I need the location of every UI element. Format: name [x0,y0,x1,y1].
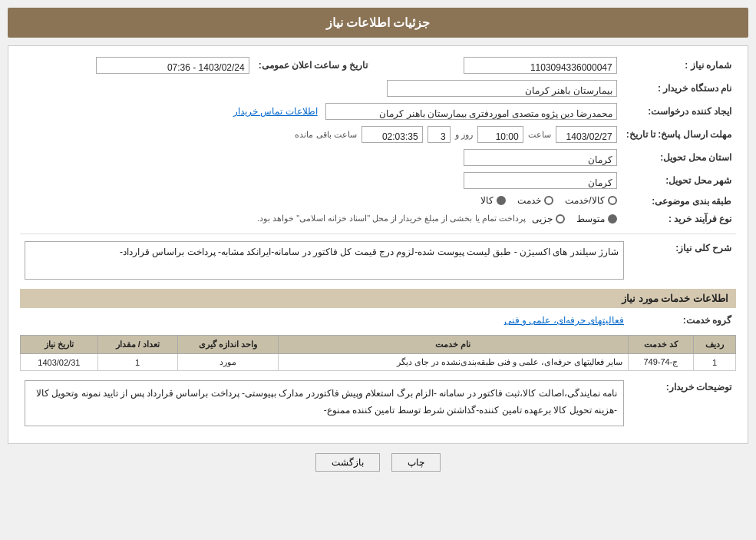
buyer-notes-cell: نامه نمایندگی،اصالت کالا،ثبت فاکتور در س… [20,377,629,429]
category-option-kala[interactable]: کالا [480,195,506,206]
province-label: استان محل تحویل: [622,146,736,169]
process-label: نوع فرآیند خرید : [622,210,736,227]
deadline-time-input: 10:00 [477,126,523,143]
cell-service-name: سایر فعالیتهای حرفه‌ای، علمی و فنی طبقه‌… [279,354,628,371]
col-quantity: تعداد / مقدار [97,336,177,354]
category-option-khadamat[interactable]: خدمت [517,195,553,206]
category-option-kala-khadamat[interactable]: کالا/خدمت [565,195,616,206]
col-service-name: نام خدمت [279,336,628,354]
creator-label: ایجاد کننده درخواست: [622,100,736,123]
deadline-row: 1403/02/27 ساعت 10:00 روز و 3 02:03:35 س… [20,123,622,146]
category-label: طبقه بندی موضوعی: [622,192,736,210]
category-label-kala: کالا [480,195,494,206]
creator-input: محمدرضا دین پژوه متصدی اموردفتری بیمارست… [325,103,617,120]
cell-row-num: 1 [694,354,736,371]
services-table: ردیف کد خدمت نام خدمت واحد اندازه گیری ت… [20,335,736,371]
top-info-table: شماره نیاز : 1103094336000047 تاریخ و سا… [20,54,736,227]
table-row: 1 ج-74-749 سایر فعالیتهای حرفه‌ای، علمی … [21,354,736,371]
col-service-code: کد خدمت [628,336,694,354]
need-number-label: شماره نیاز : [622,54,736,77]
print-button[interactable]: چاپ [391,453,441,472]
radio-circle-jozii [556,214,565,224]
need-desc-label: شرح کلی نیاز: [629,238,736,283]
service-group-value: فعالیتهای حرفه‌ای، علمی و فنی [20,312,629,329]
cell-date: 1403/02/31 [21,354,98,371]
radio-circle-motavaset [608,214,617,224]
page-container: جزئیات اطلاعات نیاز شماره نیاز : 1103094… [0,0,756,540]
process-label-motavaset: متوسط [576,214,605,224]
buyer-org-label: نام دستگاه خریدار : [622,77,736,100]
remaining-time-label: ساعت باقی مانده [295,130,356,140]
need-desc-table: شرح کلی نیاز: شارژ سیلندر های اکسیژن - ط… [20,238,736,283]
city-label: شهر محل تحویل: [622,169,736,192]
category-label-khadamat: خدمت [517,195,541,206]
footer-buttons: چاپ بازگشت [8,453,748,479]
province-value: کرمان [20,146,622,169]
col-row-num: ردیف [694,336,736,354]
cell-unit: مورد [177,354,279,371]
deadline-days-label: روز و [455,130,473,140]
category-label-kala-khadamat: کالا/خدمت [565,195,604,206]
col-unit: واحد اندازه گیری [177,336,279,354]
need-number-value: 1103094336000047 [388,54,622,77]
process-option-jozii[interactable]: جزیی [532,214,565,224]
province-input: کرمان [464,149,617,166]
buyer-notes-table: توضیحات خریدار: نامه نمایندگی،اصالت کالا… [20,377,736,429]
process-option-motavaset[interactable]: متوسط [576,214,617,224]
deadline-time-label: ساعت [528,130,551,140]
city-value: کرمان [20,169,622,192]
process-label-jozii: جزیی [532,214,553,224]
service-group-label: گروه خدمت: [629,312,736,329]
category-radios: کالا/خدمت خدمت کالا [20,192,622,210]
need-desc-box: شارژ سیلندر های اکسیژن - طبق لیست پیوست … [25,241,624,280]
radio-circle-kala-khadamat [608,196,617,205]
buyer-notes-label: توضیحات خریدار: [629,377,736,429]
service-group-link[interactable]: فعالیتهای حرفه‌ای، علمی و فنی [504,315,624,326]
need-number-input: 1103094336000047 [464,57,617,74]
category-radio-group: کالا/خدمت خدمت کالا [480,195,616,206]
need-desc-cell: شارژ سیلندر های اکسیژن - طبق لیست پیوست … [20,238,629,283]
creator-value: محمدرضا دین پژوه متصدی اموردفتری بیمارست… [20,100,622,123]
cell-service-code: ج-74-749 [628,354,694,371]
service-group-table: گروه خدمت: فعالیتهای حرفه‌ای، علمی و فنی [20,312,736,329]
cell-quantity: 1 [97,354,177,371]
page-title: جزئیات اطلاعات نیاز [8,8,748,38]
deadline-date-input: 1403/02/27 [556,126,617,143]
deadline-days-input: 3 [428,126,451,143]
process-row: متوسط جزیی پرداخت تمام یا بخشی از مبلغ خ… [20,210,622,227]
deadline-label: مهلت ارسال پاسخ: تا تاریخ: [622,123,736,146]
services-section-title: اطلاعات خدمات مورد نیاز [20,289,736,308]
contact-link[interactable]: اطلاعات تماس خریدار [233,106,318,117]
announce-date-input: 1403/02/24 - 07:36 [96,57,249,74]
process-note: پرداخت تمام یا بخشی از مبلغ خریدار از مح… [257,214,526,224]
announce-date-value: 1403/02/24 - 07:36 [20,54,254,77]
radio-circle-khadamat [544,196,553,205]
process-radio-group: متوسط جزیی [532,214,617,224]
main-card: شماره نیاز : 1103094336000047 تاریخ و سا… [8,45,748,444]
buyer-org-value: بیمارستان باهنر کرمان [20,77,622,100]
back-button[interactable]: بازگشت [315,453,380,472]
city-input: کرمان [464,172,617,189]
buyer-notes-box: نامه نمایندگی،اصالت کالا،ثبت فاکتور در س… [25,380,624,426]
announce-date-label: تاریخ و ساعت اعلان عمومی: [254,54,372,77]
buyer-org-input: بیمارستان باهنر کرمان [387,80,617,97]
remaining-time-input: 02:03:35 [361,126,423,143]
radio-circle-kala [497,196,506,205]
col-date: تاریخ نیاز [21,336,98,354]
